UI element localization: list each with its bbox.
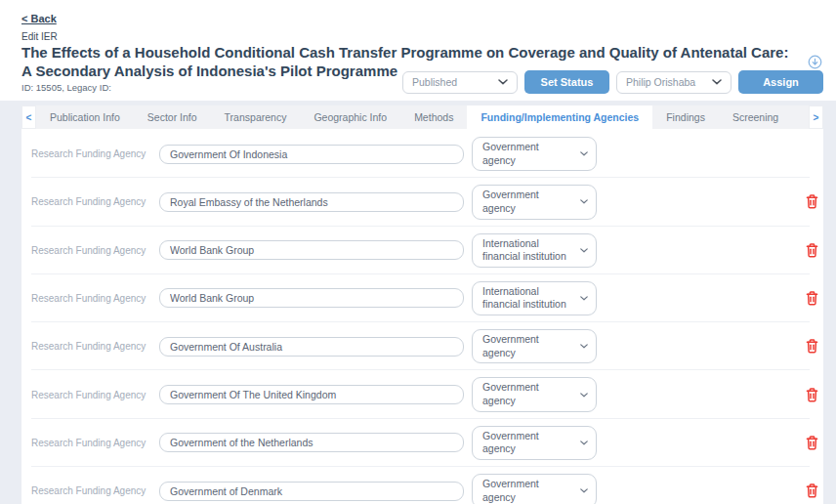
row-label: Research Funding Agency (31, 341, 159, 352)
header-actions: Published Set Status Philip Orishaba Ass… (402, 70, 823, 94)
agency-type-value: Government agency (482, 189, 566, 215)
chevron-down-icon (712, 79, 722, 85)
page: < Back Edit IER The Effects of a Househo… (0, 0, 836, 504)
agency-row: Research Funding AgencyGovernment agency (21, 370, 823, 418)
tab-scroll-right[interactable]: > (809, 105, 823, 129)
tab-findings[interactable]: Findings (652, 105, 719, 129)
delete-row-icon[interactable] (806, 243, 818, 258)
agency-type-value: International financial institution (482, 237, 566, 264)
chevron-down-icon (580, 393, 588, 398)
agency-type-select[interactable]: International financial institution (472, 281, 597, 315)
chevron-down-icon (580, 441, 588, 445)
agency-name-input[interactable] (159, 433, 464, 452)
tab-scroll-left[interactable]: < (21, 105, 36, 129)
download-icon[interactable] (808, 55, 822, 69)
agency-name-input[interactable] (159, 145, 464, 164)
tab-screening[interactable]: Screening (719, 105, 792, 129)
tab-bar: < Publication InfoSector InfoTransparenc… (21, 105, 823, 129)
agency-name-input[interactable] (159, 240, 464, 260)
agency-name-input[interactable] (159, 385, 464, 404)
agency-type-value: International financial institution (482, 285, 566, 312)
chevron-down-icon (498, 79, 508, 85)
delete-row-icon[interactable] (806, 291, 818, 306)
agency-type-select[interactable]: Government agency (472, 377, 597, 411)
row-label: Research Funding Agency (31, 438, 159, 448)
chevron-down-icon (580, 344, 588, 349)
agency-name-input[interactable] (159, 337, 464, 357)
agency-type-select[interactable]: Government agency (472, 426, 597, 460)
agency-row: Research Funding AgencyGovernment agency (21, 419, 823, 467)
header: < Back Edit IER The Effects of a Househo… (0, 0, 836, 101)
agency-type-value: Government agency (482, 381, 566, 407)
chevron-down-icon (580, 248, 588, 253)
agency-type-select[interactable]: Government agency (472, 137, 597, 171)
agency-row: Research Funding AgencyGovernment agency (21, 467, 823, 504)
tab-sector-info[interactable]: Sector Info (134, 105, 211, 129)
agency-row: Research Funding AgencyGovernment agency (21, 178, 823, 226)
delete-row-icon[interactable] (806, 436, 818, 450)
status-select-value: Published (412, 76, 457, 88)
tab-methods[interactable]: Methods (400, 105, 467, 129)
row-label: Research Funding Agency (31, 245, 159, 256)
tab-list: Publication InfoSector InfoTransparencyG… (36, 105, 809, 129)
agency-row: Research Funding AgencyInternational fin… (21, 227, 823, 274)
agency-type-select[interactable]: International financial institution (472, 233, 597, 268)
delete-row-icon[interactable] (806, 339, 818, 354)
row-label: Research Funding Agency (31, 390, 159, 400)
chevron-down-icon (580, 296, 588, 301)
chevron-down-icon (580, 199, 588, 204)
agency-name-input[interactable] (159, 288, 464, 308)
delete-row-icon[interactable] (806, 483, 818, 498)
row-label: Research Funding Agency (31, 148, 159, 159)
chevron-down-icon (580, 151, 588, 156)
status-select[interactable]: Published (402, 71, 518, 94)
agency-type-select[interactable]: Government agency (472, 474, 597, 504)
tab-funding-implementing-agencies[interactable]: Funding/Implementing Agencies (467, 105, 652, 129)
set-status-button[interactable]: Set Status (524, 70, 609, 94)
agency-row: Research Funding AgencyGovernment agency (21, 130, 823, 178)
row-label: Research Funding Agency (31, 485, 159, 496)
row-label: Research Funding Agency (31, 293, 159, 304)
tab-geographic-info[interactable]: Geographic Info (300, 105, 400, 129)
agency-row: Research Funding AgencyInternational fin… (21, 274, 823, 322)
agencies-panel: Research Funding AgencyGovernment agency… (21, 129, 823, 504)
agency-type-select[interactable]: Government agency (472, 185, 597, 219)
assignee-select[interactable]: Philip Orishaba (616, 71, 732, 94)
agency-type-value: Government agency (482, 333, 566, 359)
agency-type-select[interactable]: Government agency (472, 329, 597, 363)
agency-type-value: Government agency (482, 478, 566, 504)
row-label: Research Funding Agency (31, 196, 159, 207)
agency-name-input[interactable] (159, 482, 464, 501)
tab-publication-info[interactable]: Publication Info (36, 105, 134, 129)
chevron-down-icon (580, 488, 588, 493)
tab-transparency[interactable]: Transparency (211, 105, 301, 129)
assignee-select-value: Philip Orishaba (626, 76, 695, 88)
delete-row-icon[interactable] (806, 194, 818, 209)
agency-name-input[interactable] (159, 192, 464, 212)
assign-button[interactable]: Assign (738, 70, 823, 94)
back-link[interactable]: < Back (21, 13, 57, 24)
agency-type-value: Government agency (482, 430, 566, 456)
edit-ier-label: Edit IER (21, 31, 823, 42)
agency-row: Research Funding AgencyGovernment agency (21, 322, 823, 370)
agency-type-value: Government agency (482, 141, 566, 167)
delete-row-icon[interactable] (806, 388, 818, 402)
